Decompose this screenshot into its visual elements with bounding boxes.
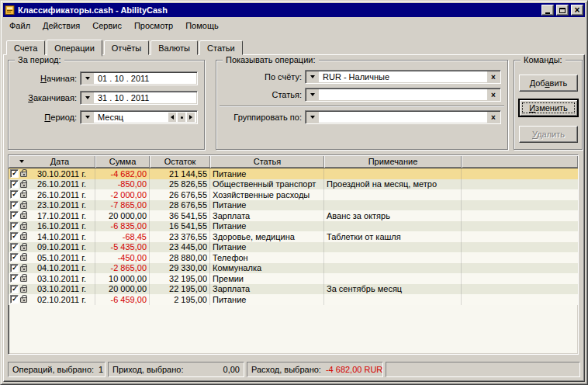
maximize-button[interactable] (556, 5, 569, 16)
status-operations-value: 1 (99, 365, 103, 374)
row-checkbox[interactable]: ✓ (10, 274, 19, 283)
row-note (324, 200, 462, 211)
start-date-field[interactable]: 01 . 10 . 2011 (80, 71, 198, 85)
row-checkbox[interactable]: ✓ (10, 264, 19, 272)
group-by-row: Группировать по: × (221, 110, 501, 124)
row-checkbox[interactable]: ✓ (10, 201, 19, 210)
table-row[interactable]: ✓ 03.10.2011 г. 10 000,00 32 195,00 Прем… (9, 273, 578, 284)
row-checkbox[interactable]: ✓ (10, 243, 19, 251)
account-field[interactable]: RUR - Наличные × (305, 70, 501, 84)
step-forward-button[interactable] (187, 113, 195, 122)
tab-operations[interactable]: Операции (47, 40, 102, 57)
start-date-row: Начиная: 01 . 10 . 2011 (13, 71, 198, 85)
row-balance: 23 376,55 (150, 231, 210, 242)
step-back-button[interactable] (168, 113, 176, 122)
add-button[interactable]: Добавить (519, 75, 578, 92)
period-field[interactable]: Месяц (80, 110, 198, 124)
check-icon: ✓ (12, 233, 18, 240)
tab-articles[interactable]: Статьи (199, 40, 243, 55)
title-bar[interactable]: Классификаторы.cash - AbilityCash × (3, 3, 585, 17)
account-value[interactable]: RUR - Наличные (320, 72, 486, 82)
chevron-down-icon[interactable] (81, 73, 94, 84)
period-value[interactable]: Месяц (95, 113, 168, 122)
menu-view[interactable]: Просмотр (128, 19, 179, 32)
table-row[interactable]: ✓ 30.10.2011 г. -4 682,00 21 144,55 Пита… (9, 168, 578, 179)
end-date-field[interactable]: 31 . 10 . 2011 (80, 91, 198, 105)
column-header-sum[interactable]: Сумма (95, 155, 150, 168)
step-current-button[interactable] (178, 113, 185, 122)
close-button[interactable]: × (571, 5, 583, 16)
column-header-note[interactable]: Примечание (324, 155, 462, 168)
row-checkbox[interactable]: ✓ (10, 285, 19, 293)
row-check-cell: ✓ (9, 168, 35, 179)
show-operations-groupbox: Показывать операции: По счёту: RUR - Нал… (216, 60, 508, 150)
clear-icon[interactable]: × (487, 89, 500, 100)
end-date-row: Заканчивая: 31 . 10 . 2011 (13, 91, 198, 105)
period-row: Период: Месяц (13, 110, 198, 124)
row-sum: -7 865,00 (95, 200, 150, 211)
app-window: Классификаторы.cash - AbilityCash × Файл… (0, 0, 588, 385)
table-row[interactable]: ✓ 16.10.2011 г. -6 835,00 16 541,55 Пита… (9, 221, 578, 232)
row-check-cell: ✓ (9, 189, 35, 200)
row-checkbox[interactable]: ✓ (10, 295, 19, 303)
tab-currencies[interactable]: Валюты (150, 40, 198, 55)
status-operations-label: Операций, выбрано: (12, 365, 94, 374)
row-sum: -6 835,00 (95, 221, 150, 232)
table-row[interactable]: ✓ 02.10.2011 г. -6 459,00 2 195,00 Питан… (9, 294, 578, 305)
menu-help[interactable]: Помощь (179, 19, 225, 32)
lock-icon (20, 213, 27, 219)
table-row[interactable]: ✓ 14.10.2011 г. -68,45 23 376,55 Здоровь… (9, 231, 578, 242)
group-by-field[interactable]: × (305, 110, 501, 124)
column-header-article[interactable]: Статья (210, 155, 324, 168)
row-checkbox[interactable]: ✓ (10, 211, 19, 220)
clear-icon[interactable]: × (487, 112, 500, 123)
article-field[interactable]: × (305, 88, 501, 102)
row-balance: 28 676,55 (150, 200, 210, 211)
tab-reports[interactable]: Отчёты (104, 40, 149, 55)
column-header-date[interactable]: Дата (9, 155, 95, 168)
row-article: Хозяйственные расходы (210, 189, 324, 200)
menu-service[interactable]: Сервис (86, 19, 128, 32)
menu-file[interactable]: Файл (3, 19, 36, 32)
chevron-down-icon[interactable] (81, 92, 94, 103)
row-check-cell: ✓ (9, 242, 35, 253)
table-row[interactable]: ✓ 03.10.2011 г. 20 000,00 22 195,00 Зарп… (9, 284, 578, 295)
row-filler (462, 221, 578, 232)
row-note: Аванс за октярь (324, 210, 462, 221)
row-sum: 20 000,00 (95, 210, 150, 221)
minimize-button[interactable] (541, 5, 554, 16)
table-row[interactable]: ✓ 26.10.2011 г. -850,00 25 826,55 Общест… (9, 179, 578, 190)
row-article: Питание (210, 168, 324, 179)
table-row[interactable]: ✓ 04.10.2011 г. -2 865,00 29 330,00 Комм… (9, 263, 578, 274)
table-row[interactable]: ✓ 09.10.2011 г. -5 435,00 23 445,00 Пита… (9, 242, 578, 253)
article-row: Статья: × (221, 88, 501, 102)
menu-actions[interactable]: Действия (36, 19, 86, 32)
tab-accounts[interactable]: Счета (6, 40, 45, 55)
chevron-down-icon[interactable] (81, 112, 94, 123)
table-row[interactable]: ✓ 23.10.2011 г. -7 865,00 28 676,55 Пита… (9, 200, 578, 211)
clear-icon[interactable]: × (487, 71, 500, 82)
chevron-down-icon[interactable] (306, 112, 319, 123)
start-date-value[interactable]: 01 . 10 . 2011 (95, 74, 197, 83)
chevron-down-icon[interactable] (306, 71, 319, 82)
column-header-balance[interactable]: Остаток (150, 155, 210, 168)
row-check-cell: ✓ (9, 200, 35, 211)
row-balance: 22 195,00 (150, 284, 210, 295)
row-checkbox[interactable]: ✓ (10, 232, 19, 241)
row-balance: 21 144,55 (150, 168, 210, 179)
edit-button[interactable]: Изменить (519, 99, 578, 116)
row-date: 23.10.2011 г. (35, 200, 95, 211)
end-date-value[interactable]: 31 . 10 . 2011 (95, 93, 197, 102)
operations-table: Дата Сумма Остаток Статья Примечание ✓ 3… (8, 154, 579, 355)
table-row[interactable]: ✓ 17.10.2011 г. 20 000,00 36 541,55 Зарп… (9, 210, 578, 221)
row-checkbox[interactable]: ✓ (10, 253, 19, 262)
table-row[interactable]: ✓ 26.10.2011 г. -2 000,00 26 676,55 Хозя… (9, 189, 578, 200)
row-checkbox[interactable]: ✓ (10, 169, 19, 178)
row-checkbox[interactable]: ✓ (10, 190, 19, 199)
row-checkbox[interactable]: ✓ (10, 180, 19, 189)
table-row[interactable]: ✓ 05.10.2011 г. -450,00 28 880,00 Телефо… (9, 252, 578, 263)
chevron-down-icon[interactable] (306, 89, 319, 100)
lock-icon (20, 297, 27, 303)
row-balance: 36 541,55 (150, 210, 210, 221)
row-checkbox[interactable]: ✓ (10, 222, 19, 231)
